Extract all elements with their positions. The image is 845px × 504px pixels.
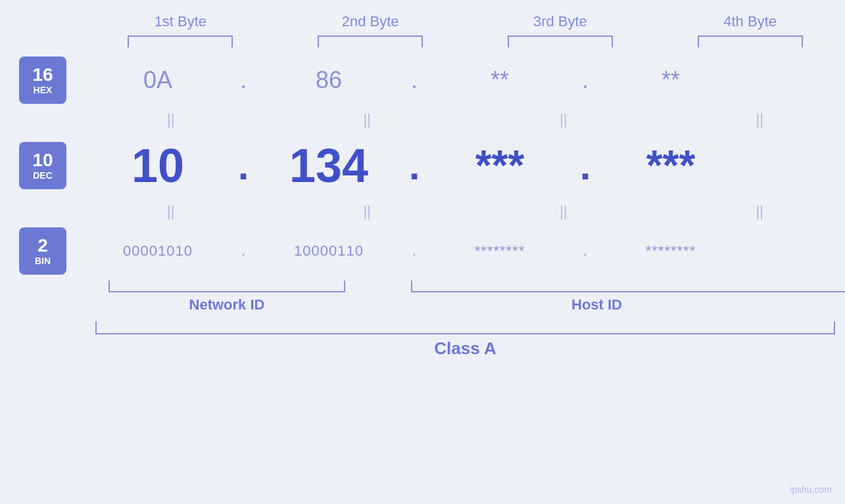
bracket-cell-3 [488, 35, 633, 47]
dec-dot3-sym: . [580, 143, 591, 189]
dec-dot1-sym: . [238, 143, 249, 189]
dec-values-row: 10 . 134 . *** . *** [85, 139, 845, 193]
bin-badge: 2 BIN [19, 227, 66, 275]
equals-b4b: || [687, 203, 832, 220]
bin-dot3: . [572, 242, 598, 260]
equals-b4: || [687, 111, 832, 128]
hex-label: HEX [34, 85, 53, 95]
bin-b2: 10000110 [294, 242, 364, 260]
bin-label: BIN [35, 256, 51, 266]
dec-b4: *** [646, 141, 696, 190]
equals-b2b: || [295, 203, 439, 220]
dec-num: 10 [32, 150, 53, 171]
bottom-labels-row: Network ID Host ID [95, 296, 835, 313]
hex-b4: ** [662, 66, 680, 94]
bin-b2-cell: 10000110 [256, 242, 401, 260]
bracket-top-4 [698, 35, 803, 47]
hex-label-col: 16 HEX [0, 57, 85, 104]
bin-dot2-sym: . [412, 242, 416, 260]
hex-b3: ** [491, 66, 509, 94]
bin-values-row: 00001010 . 10000110 . ******** . *******… [85, 242, 845, 260]
bracket-top-3 [508, 35, 613, 47]
dec-b2-cell: 134 [256, 139, 401, 193]
bin-b4: ******** [646, 242, 696, 260]
byte3-header: 3rd Byte [488, 13, 633, 30]
top-brackets [85, 35, 845, 47]
class-label: Class A [95, 338, 835, 359]
dec-row: 10 DEC 10 . 134 . *** . *** [0, 133, 845, 198]
host-bracket [411, 281, 845, 292]
dec-b3-cell: *** [427, 141, 572, 190]
network-bracket [109, 281, 345, 292]
hex-row: 16 HEX 0A . 86 . ** . ** [0, 54, 845, 106]
bin-label-col: 2 BIN [0, 227, 85, 275]
hex-values-row: 0A . 86 . ** . ** [85, 66, 845, 94]
class-outer-bracket [95, 321, 835, 334]
dec-b4-cell: *** [598, 141, 743, 190]
byte4-header: 4th Byte [678, 13, 823, 30]
equals-b1: || [99, 111, 243, 128]
bin-dot3-sym: . [583, 242, 587, 260]
host-id-label: Host ID [358, 296, 835, 313]
bracket-cell-4 [678, 35, 823, 47]
bin-b1: 00001010 [123, 242, 193, 260]
hex-b1: 0A [143, 66, 172, 94]
dec-label: DEC [33, 171, 53, 181]
dec-b1: 10 [132, 139, 184, 193]
bottom-brackets-row [95, 281, 835, 294]
hex-b2: 86 [316, 66, 342, 94]
hex-dot1: . [230, 66, 256, 94]
main-container: 1st Byte 2nd Byte 3rd Byte 4th Byte 16 H… [0, 0, 845, 504]
bin-num: 2 [37, 236, 48, 256]
hex-b3-cell: ** [427, 66, 572, 94]
bin-b1-cell: 00001010 [85, 242, 230, 260]
bin-dot1-sym: . [241, 242, 245, 260]
equals-b1b: || [99, 203, 243, 220]
hex-dec-equals-values: || || || || [85, 111, 845, 128]
bin-b3: ******** [475, 242, 525, 260]
hex-dot3: . [572, 66, 598, 94]
hex-badge: 16 HEX [19, 57, 66, 104]
bin-b3-cell: ******** [427, 242, 572, 260]
equals-b2: || [295, 111, 439, 128]
equals-b3: || [491, 111, 636, 128]
bracket-cell-1 [108, 35, 253, 47]
network-id-label: Network ID [95, 296, 358, 313]
dec-dot2-sym: . [409, 143, 420, 189]
watermark: ipshu.com [790, 484, 832, 495]
hex-num: 16 [32, 65, 53, 85]
hex-b1-cell: 0A [85, 66, 230, 94]
bin-dot1: . [230, 242, 256, 260]
hex-b4-cell: ** [598, 66, 743, 94]
dec-dot1: . [230, 143, 256, 189]
hex-dec-equals-row: || || || || [0, 106, 845, 133]
hex-dot2-sym: . [411, 66, 418, 94]
dec-b1-cell: 10 [85, 139, 230, 193]
byte1-header: 1st Byte [108, 13, 253, 30]
class-row: Class A [95, 321, 835, 359]
byte2-header: 2nd Byte [298, 13, 443, 30]
hex-dot3-sym: . [582, 66, 589, 94]
bracket-cell-2 [298, 35, 443, 47]
dec-bin-equals-row: || || || || [0, 198, 845, 225]
hex-dot2: . [401, 66, 427, 94]
bracket-top-2 [318, 35, 423, 47]
bracket-top-1 [128, 35, 233, 47]
dec-bin-equals-values: || || || || [85, 203, 845, 220]
dec-dot3: . [572, 143, 598, 189]
equals-b3b: || [491, 203, 636, 220]
byte-headers: 1st Byte 2nd Byte 3rd Byte 4th Byte [85, 13, 845, 30]
bin-row: 2 BIN 00001010 . 10000110 . ******** . [0, 225, 845, 277]
bottom-section: Network ID Host ID [95, 281, 835, 313]
dec-b3: *** [475, 141, 525, 190]
dec-badge: 10 DEC [19, 142, 66, 189]
hex-dot1-sym: . [240, 66, 247, 94]
bin-dot2: . [401, 242, 427, 260]
bin-b4-cell: ******** [598, 242, 743, 260]
dec-dot2: . [401, 143, 427, 189]
hex-b2-cell: 86 [256, 66, 401, 94]
dec-label-col: 10 DEC [0, 142, 85, 189]
dec-b2: 134 [289, 139, 368, 193]
